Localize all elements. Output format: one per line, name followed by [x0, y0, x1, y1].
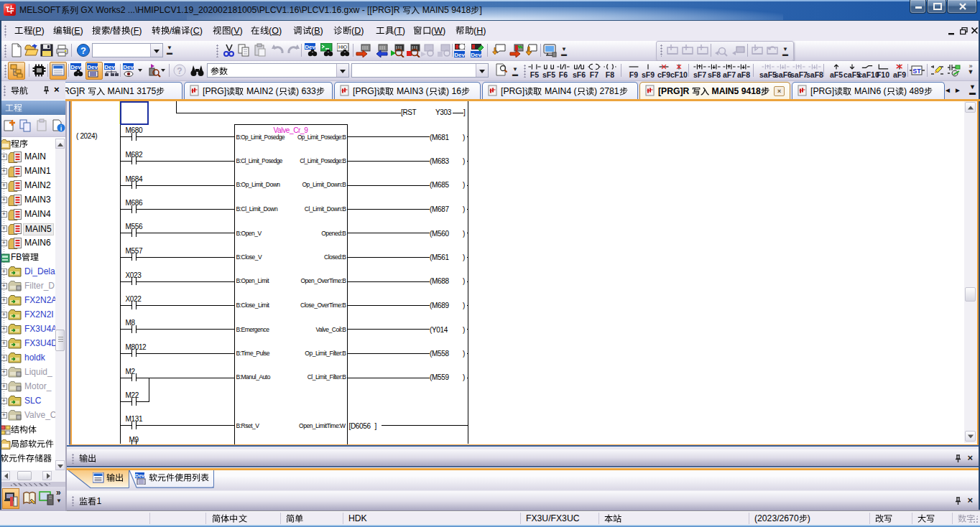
svg-text:?: ? — [80, 45, 86, 56]
svg-text:Dev: Dev — [471, 52, 481, 58]
svg-text:?: ? — [177, 66, 182, 76]
svg-text:HЮ: HЮ — [338, 45, 347, 50]
svg-text:Dev: Dev — [305, 44, 315, 50]
svg-text:Dev: Dev — [104, 64, 115, 70]
svg-text:ST: ST — [912, 67, 921, 75]
svg-text:Dev: Dev — [70, 64, 81, 70]
svg-text:Dev: Dev — [135, 472, 144, 477]
svg-text:Dev: Dev — [123, 64, 134, 70]
svg-text:Dev: Dev — [454, 52, 465, 58]
svg-text:Dev: Dev — [87, 64, 98, 70]
